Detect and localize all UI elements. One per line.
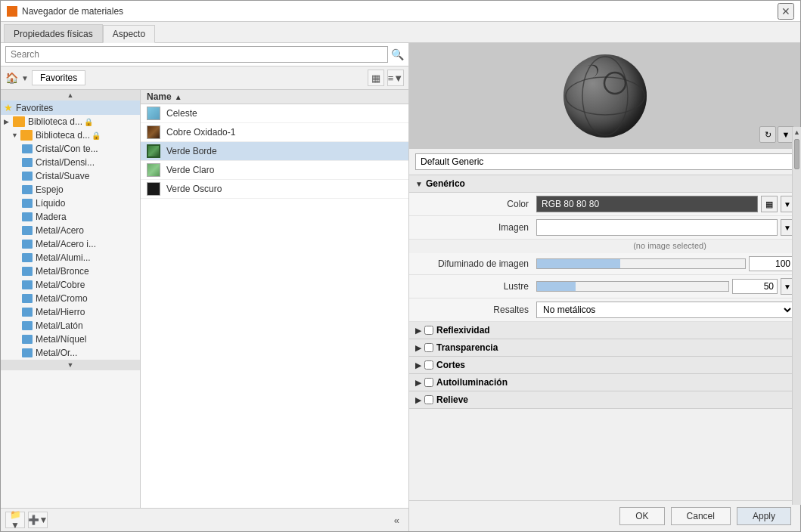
- tree-scroll-up[interactable]: ▲: [1, 90, 140, 101]
- tree-item-metal-oro[interactable]: Metal/Or...: [1, 346, 140, 360]
- favorites-button[interactable]: Favorites: [32, 70, 85, 85]
- tab-propiedades[interactable]: Propiedades físicas: [4, 24, 103, 42]
- difuminado-label: Difuminado de imagen: [415, 258, 536, 269]
- tree-item-favorites[interactable]: ★ Favorites: [1, 101, 140, 115]
- prop-row-color: Color ▦ ▼: [409, 193, 800, 216]
- resaltes-label: Resaltes: [415, 305, 536, 315]
- name-column-header[interactable]: Name: [147, 91, 172, 102]
- grid-view-button[interactable]: ▦: [368, 70, 384, 86]
- sort-arrow-icon: ▲: [175, 93, 182, 101]
- section-relieve-header[interactable]: ▶ Relieve: [409, 391, 800, 409]
- nav-arrow-icon[interactable]: ▼: [21, 74, 29, 82]
- image-value-container: ▼: [536, 219, 794, 236]
- folder-icon: [22, 185, 33, 194]
- color-label: Color: [415, 199, 536, 209]
- mat-row-cobre[interactable]: Cobre Oxidado-1: [141, 123, 408, 142]
- no-image-text: (no image selected): [409, 240, 800, 253]
- home-icon[interactable]: 🏠: [5, 72, 18, 84]
- tree-item-biblioteca2[interactable]: ▼ Biblioteca d... 🔒: [1, 128, 140, 142]
- lustre-number[interactable]: [732, 279, 778, 294]
- tree-item-label: Biblioteca d...: [28, 116, 82, 127]
- tree-item-metal-acero-i[interactable]: Metal/Acero i...: [1, 237, 140, 251]
- prop-row-image: Imagen ▼: [409, 216, 800, 240]
- material-name-input[interactable]: [415, 153, 794, 170]
- tree-item-metal-niquel[interactable]: Metal/Níquel: [1, 332, 140, 346]
- tree-item-metal-laton[interactable]: Metal/Latón: [1, 319, 140, 332]
- resaltes-select[interactable]: No metálicos Metálicos: [536, 302, 794, 318]
- tree-scroll-down[interactable]: ▼: [1, 360, 140, 370]
- section-transparencia-header[interactable]: ▶ Transparencia: [409, 339, 800, 357]
- folder-icon: [22, 280, 33, 289]
- tree-item-biblioteca1[interactable]: ▶ Biblioteca d... 🔒: [1, 115, 140, 128]
- tree-item-metal-alumi[interactable]: Metal/Alumi...: [1, 251, 140, 264]
- preview-sphere: [563, 54, 647, 138]
- autoiluminacion-checkbox[interactable]: [424, 378, 433, 387]
- svg-point-2: [604, 73, 626, 94]
- color-input[interactable]: [536, 196, 758, 212]
- tree-item-metal-hierro[interactable]: Metal/Hierro: [1, 305, 140, 319]
- tree-item-label: Biblioteca d...: [36, 130, 90, 141]
- section-cortes-header[interactable]: ▶ Cortes: [409, 357, 800, 374]
- list-view-button[interactable]: ≡▼: [387, 70, 404, 86]
- lustre-value-container: ▼: [536, 278, 794, 295]
- mat-name: Cobre Oxidado-1: [166, 127, 235, 138]
- tabs-bar: Propiedades físicas Aspecto: [1, 22, 800, 43]
- preview-area: ↻ ▼: [409, 43, 800, 149]
- apply-button[interactable]: Apply: [737, 507, 791, 525]
- collapse-button[interactable]: «: [390, 513, 404, 527]
- main-window: Navegador de materiales ✕ Propiedades fí…: [0, 0, 801, 532]
- scrollbar-thumb[interactable]: [794, 149, 799, 169]
- title-bar: Navegador de materiales ✕: [1, 1, 800, 22]
- difuminado-slider[interactable]: [536, 258, 746, 269]
- close-button[interactable]: ✕: [778, 3, 794, 20]
- tree-item-madera[interactable]: Madera: [1, 210, 140, 224]
- mat-row-verde-oscuro[interactable]: Verde Oscuro: [141, 180, 408, 199]
- preview-refresh-button[interactable]: ↻: [759, 126, 776, 143]
- mat-row-celeste[interactable]: Celeste: [141, 104, 408, 123]
- transparencia-checkbox[interactable]: [424, 343, 433, 352]
- reflexividad-checkbox[interactable]: [424, 326, 433, 335]
- tab-aspecto[interactable]: Aspecto: [103, 25, 155, 43]
- tree-item-liquido[interactable]: Líquido: [1, 196, 140, 210]
- tree-item-label: Metal/Alumi...: [36, 252, 91, 263]
- search-bar: 🔍: [1, 43, 408, 66]
- lustre-slider[interactable]: [536, 281, 729, 292]
- tree-item-espejo[interactable]: Espejo: [1, 183, 140, 196]
- section-autoiluminacion-header[interactable]: ▶ Autoiluminación: [409, 374, 800, 391]
- tree-item-metal-cromo[interactable]: Metal/Cromo: [1, 292, 140, 305]
- image-input[interactable]: [536, 219, 778, 236]
- tree-item-cristal-densi[interactable]: Cristal/Densi...: [1, 156, 140, 169]
- tree-item-label: Metal/Hierro: [36, 307, 85, 317]
- section-reflexividad-header[interactable]: ▶ Reflexividad: [409, 322, 800, 339]
- tree-item-label: Cristal/Densi...: [36, 157, 95, 168]
- cortes-checkbox[interactable]: [424, 360, 433, 370]
- search-icon: 🔍: [391, 48, 404, 60]
- lock-icon: 🔒: [92, 131, 101, 140]
- folder-button[interactable]: 📁▼: [5, 512, 25, 528]
- ok-button[interactable]: OK: [619, 507, 664, 525]
- prop-row-resaltes: Resaltes No metálicos Metálicos: [409, 298, 800, 322]
- tree-item-cristal-conte[interactable]: Cristal/Con te...: [1, 142, 140, 156]
- tree-item-metal-cobre[interactable]: Metal/Cobre: [1, 278, 140, 292]
- search-input[interactable]: [5, 46, 388, 63]
- section-generic-header[interactable]: ▼ Genérico: [409, 175, 800, 193]
- preview-controls: ↻ ▼: [759, 126, 794, 143]
- mat-row-verde-borde[interactable]: Verde Borde: [141, 142, 408, 161]
- folder-icon: [13, 116, 25, 127]
- color-picker-button[interactable]: ▦: [761, 196, 778, 212]
- tree-list-area: ▲ ★ Favorites ▶ Biblioteca d... 🔒 ▼: [1, 90, 408, 508]
- prop-row-difuminado: Difuminado de imagen: [409, 253, 800, 275]
- tree-item-metal-bronce[interactable]: Metal/Bronce: [1, 264, 140, 278]
- tree-item-label: Metal/Cobre: [36, 280, 85, 290]
- tree-item-metal-acero[interactable]: Metal/Acero: [1, 224, 140, 237]
- difuminado-number[interactable]: [749, 256, 794, 271]
- folder-icon: [22, 240, 33, 249]
- tree-item-cristal-suave[interactable]: Cristal/Suave: [1, 169, 140, 183]
- add-button[interactable]: ➕▼: [28, 512, 48, 528]
- relieve-checkbox[interactable]: [424, 395, 433, 404]
- mat-row-verde-claro[interactable]: Verde Claro: [141, 161, 408, 180]
- folder-icon: [22, 253, 33, 262]
- cancel-button[interactable]: Cancel: [671, 507, 731, 525]
- tree-item-label: Metal/Níquel: [36, 334, 86, 345]
- folder-icon: [22, 308, 33, 317]
